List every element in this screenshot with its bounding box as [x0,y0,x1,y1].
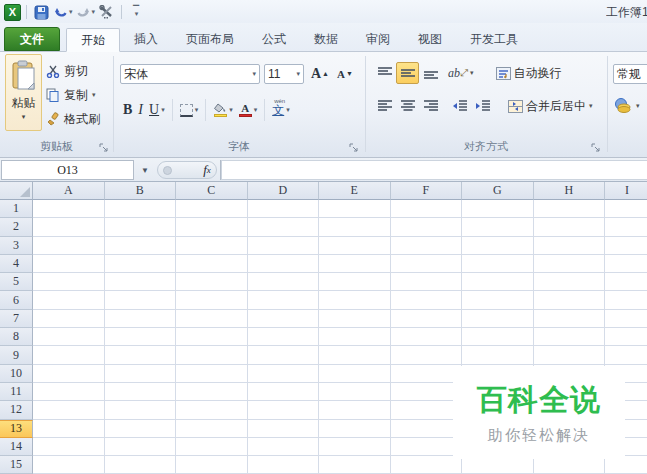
name-box-dropdown-arrow[interactable]: ▼ [135,160,155,180]
formula-input[interactable] [221,160,647,180]
cell-I4[interactable] [605,255,647,273]
row-header-12[interactable]: 12 [0,401,33,419]
italic-button[interactable]: I [135,98,146,122]
cell-G1[interactable] [462,200,534,218]
cell-H4[interactable] [534,255,606,273]
cell-A5[interactable] [33,273,105,291]
cell-A1[interactable] [33,200,105,218]
tab-插入[interactable]: 插入 [120,27,172,51]
cell-C1[interactable] [176,200,248,218]
cell-E12[interactable] [319,401,391,419]
cell-C13[interactable] [176,420,248,438]
bold-button[interactable]: B [120,98,135,122]
cell-C12[interactable] [176,401,248,419]
cell-E2[interactable] [319,218,391,236]
insert-function-button[interactable]: fx [196,161,218,179]
cell-F5[interactable] [391,273,463,291]
row-header-8[interactable]: 8 [0,328,33,346]
row-header-6[interactable]: 6 [0,291,33,309]
row-header-5[interactable]: 5 [0,273,33,291]
cell-C7[interactable] [176,310,248,328]
cell-B8[interactable] [105,328,177,346]
select-all-button[interactable] [0,182,33,200]
cell-H7[interactable] [534,310,606,328]
cell-C2[interactable] [176,218,248,236]
cell-A3[interactable] [33,237,105,255]
cell-B10[interactable] [105,365,177,383]
cell-A15[interactable] [33,456,105,474]
cell-C14[interactable] [176,438,248,456]
cell-C8[interactable] [176,328,248,346]
clipboard-dialog-launcher[interactable] [99,143,110,154]
cell-B14[interactable] [105,438,177,456]
column-header-H[interactable]: H [534,182,606,200]
increase-font-size-button[interactable]: A▲ [309,64,331,84]
cell-G4[interactable] [462,255,534,273]
cell-G3[interactable] [462,237,534,255]
cell-B15[interactable] [105,456,177,474]
cell-E7[interactable] [319,310,391,328]
cell-G8[interactable] [462,328,534,346]
cell-A6[interactable] [33,291,105,309]
phonetic-dropdown-arrow[interactable]: ▾ [286,106,290,114]
save-button[interactable] [32,3,50,21]
alignment-dialog-launcher[interactable] [591,143,602,154]
row-header-11[interactable]: 11 [0,383,33,401]
orientation-button[interactable]: ab ⤢ ▾ [448,66,474,81]
cell-A2[interactable] [33,218,105,236]
tab-开发工具[interactable]: 开发工具 [456,27,532,51]
cell-E4[interactable] [319,255,391,273]
increase-indent-button[interactable] [471,95,494,117]
cell-E15[interactable] [319,456,391,474]
number-format-combo[interactable]: 常规 [613,64,647,84]
cell-I7[interactable] [605,310,647,328]
cell-E9[interactable] [319,346,391,364]
cell-B12[interactable] [105,401,177,419]
cell-F8[interactable] [391,328,463,346]
redo-button[interactable]: ▾ [76,3,96,21]
font-dialog-launcher[interactable] [349,143,360,154]
cell-E8[interactable] [319,328,391,346]
tab-开始[interactable]: 开始 [66,28,120,52]
tab-数据[interactable]: 数据 [300,27,352,51]
cell-B5[interactable] [105,273,177,291]
cell-H8[interactable] [534,328,606,346]
copy-dropdown-arrow[interactable]: ▾ [92,91,96,99]
align-left-button[interactable] [373,95,396,117]
orientation-dropdown-arrow[interactable]: ▾ [470,69,474,77]
borders-button[interactable]: ▾ [177,98,202,122]
cell-D13[interactable] [248,420,320,438]
cell-A8[interactable] [33,328,105,346]
middle-align-button[interactable] [396,62,419,84]
cell-E1[interactable] [319,200,391,218]
cell-H1[interactable] [534,200,606,218]
cell-F7[interactable] [391,310,463,328]
cell-C9[interactable] [176,346,248,364]
merge-center-button[interactable]: 合并后居中 ▾ [508,98,593,115]
qat-more-button[interactable]: ▔ ▾ [127,3,145,21]
cell-C15[interactable] [176,456,248,474]
font-color-button[interactable]: A ▾ [236,98,261,122]
underline-button[interactable]: U ▾ [146,98,168,122]
cell-C6[interactable] [176,291,248,309]
cell-H2[interactable] [534,218,606,236]
cell-A7[interactable] [33,310,105,328]
cell-C3[interactable] [176,237,248,255]
cell-E14[interactable] [319,438,391,456]
cell-D7[interactable] [248,310,320,328]
cell-F10[interactable] [391,365,463,383]
decrease-font-size-button[interactable]: A▼ [334,64,356,84]
cell-I2[interactable] [605,218,647,236]
cell-D2[interactable] [248,218,320,236]
cell-B13[interactable] [105,420,177,438]
cell-A12[interactable] [33,401,105,419]
cell-F6[interactable] [391,291,463,309]
cell-A13[interactable] [33,420,105,438]
name-box[interactable]: O13 [1,160,134,180]
column-header-A[interactable]: A [33,182,105,200]
row-header-2[interactable]: 2 [0,218,33,236]
row-header-1[interactable]: 1 [0,200,33,218]
cell-B9[interactable] [105,346,177,364]
cell-F3[interactable] [391,237,463,255]
fill-color-button[interactable]: ▾ [210,98,236,122]
